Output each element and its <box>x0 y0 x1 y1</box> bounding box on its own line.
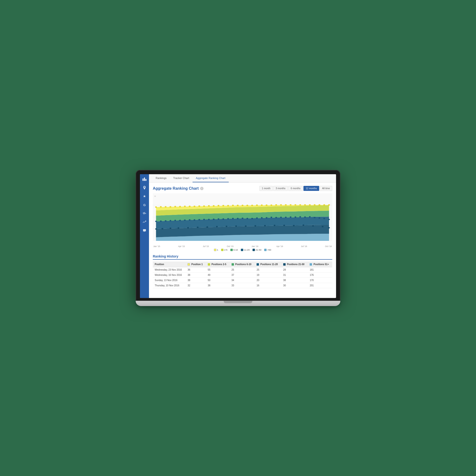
svg-text:0: 0 <box>154 195 156 197</box>
svg-point-87 <box>206 227 208 228</box>
svg-point-17 <box>203 206 205 207</box>
table-cell-date: Wednesday, 23 Nov 2016 <box>153 267 186 272</box>
svg-point-29 <box>261 205 262 206</box>
svg-point-89 <box>226 226 227 227</box>
legend-dot-11-20 <box>241 249 243 251</box>
col-header-pos21-50: Positions 21-50 <box>281 262 308 267</box>
table-cell-value: 25 <box>230 267 255 272</box>
table-header-row: Position Position 1 Positions 2-5 <box>153 262 332 267</box>
svg-point-39 <box>309 204 311 206</box>
table-cell-date: Sunday, 13 Nov 2016 <box>153 278 186 283</box>
filter-1month[interactable]: 1 month <box>259 186 273 191</box>
filter-3months[interactable]: 3 months <box>273 186 288 191</box>
svg-point-62 <box>242 218 243 219</box>
filter-12months[interactable]: 12 months <box>304 186 319 191</box>
svg-point-36 <box>295 204 296 206</box>
sidebar-icon-activity[interactable] <box>142 211 147 216</box>
svg-point-34 <box>285 204 287 206</box>
filter-alltime[interactable]: All time <box>320 186 332 191</box>
table-cell-value: 170 <box>308 278 332 283</box>
table-cell-value: 181 <box>308 267 332 272</box>
svg-rect-1 <box>144 178 145 181</box>
svg-point-64 <box>251 218 253 219</box>
svg-point-81 <box>155 228 157 230</box>
sidebar-icon-location[interactable] <box>142 185 147 190</box>
svg-point-54 <box>203 219 205 220</box>
svg-point-26 <box>247 205 248 206</box>
sidebar-icon-google[interactable]: G <box>142 202 147 207</box>
main-content: Rankings Tracker Chart Aggregate Ranking… <box>149 174 336 298</box>
sidebar-icon-chat[interactable] <box>142 228 147 233</box>
tabs-bar: Rankings Tracker Chart Aggregate Ranking… <box>149 174 336 183</box>
svg-point-68 <box>271 217 272 218</box>
sidebar-icon-trending[interactable] <box>142 220 147 225</box>
svg-point-10 <box>170 206 171 207</box>
legend-dot-21-50 <box>253 249 255 251</box>
laptop-container: G <box>136 170 340 306</box>
svg-point-18 <box>208 205 210 206</box>
legend-dot-2-5 <box>221 249 223 251</box>
svg-point-79 <box>323 218 325 219</box>
svg-point-8 <box>160 206 162 207</box>
svg-point-73 <box>295 217 296 218</box>
svg-rect-0 <box>143 178 143 181</box>
legend-item-6-10: 6-10 <box>230 249 238 251</box>
tab-tracker-chart[interactable]: Tracker Chart <box>170 174 192 182</box>
svg-point-50 <box>184 220 186 221</box>
sidebar-icon-barchart[interactable] <box>142 177 147 182</box>
svg-point-47 <box>170 220 171 221</box>
svg-point-48 <box>174 220 176 221</box>
svg-point-32 <box>275 204 277 206</box>
legend-item-51plus: >50 <box>264 249 271 251</box>
col-header-pos1: Position 1 <box>186 262 206 267</box>
svg-point-90 <box>235 226 237 227</box>
svg-point-22 <box>227 205 229 206</box>
svg-point-91 <box>245 226 247 227</box>
chart-header: Aggregate Ranking Chart i 1 month 3 mont… <box>153 186 332 191</box>
svg-point-75 <box>304 217 306 218</box>
svg-point-100 <box>328 227 330 228</box>
svg-point-85 <box>187 227 189 228</box>
svg-point-28 <box>256 205 258 206</box>
screen-bezel: G <box>136 170 340 301</box>
svg-point-71 <box>285 217 287 218</box>
svg-point-51 <box>189 220 190 221</box>
svg-point-76 <box>309 216 311 218</box>
tab-aggregate-ranking-chart[interactable]: Aggregate Ranking Chart <box>192 174 229 182</box>
chart-legend: 1 2-5 6-10 11-20 <box>153 249 332 251</box>
svg-point-21 <box>222 205 224 206</box>
svg-point-9 <box>165 206 166 207</box>
table-cell-value: 34 <box>230 278 255 283</box>
svg-point-24 <box>237 205 238 206</box>
ranking-history-table: Position Position 1 Positions 2-5 <box>153 262 332 288</box>
info-icon[interactable]: i <box>200 187 204 190</box>
svg-point-80 <box>328 219 330 220</box>
filter-6months[interactable]: 6 months <box>288 186 303 191</box>
svg-point-65 <box>256 218 258 219</box>
svg-point-53 <box>199 219 200 221</box>
svg-point-27 <box>251 205 253 206</box>
table-row: Wednesday, 16 Nov 20163849371931176 <box>153 272 332 278</box>
ranking-history-title: Ranking History <box>153 255 332 260</box>
svg-point-58 <box>222 219 224 220</box>
tab-rankings[interactable]: Rankings <box>152 174 170 182</box>
col-header-position: Position <box>153 262 186 267</box>
table-cell-value: 20 <box>255 278 281 283</box>
svg-point-72 <box>290 217 291 218</box>
sidebar-icon-star[interactable] <box>142 194 147 199</box>
table-cell-value: 30 <box>281 283 308 288</box>
svg-point-14 <box>189 206 190 207</box>
svg-point-82 <box>162 228 163 229</box>
table-cell-value: 38 <box>206 283 230 288</box>
svg-point-69 <box>275 217 277 218</box>
table-cell-value: 16 <box>255 283 281 288</box>
svg-point-88 <box>216 226 218 227</box>
x-axis-labels: Jan '15 Apr '15 Jul '15 Oct '15 Jan '16 … <box>153 245 332 248</box>
svg-point-33 <box>280 204 282 206</box>
svg-point-49 <box>179 220 181 221</box>
legend-dot-1 <box>214 249 216 251</box>
table-row: Wednesday, 23 Nov 20163655252528181 <box>153 267 332 272</box>
col-header-pos2-5: Positions 2-5 <box>206 262 230 267</box>
svg-rect-2 <box>145 179 146 181</box>
laptop-base <box>136 301 340 306</box>
